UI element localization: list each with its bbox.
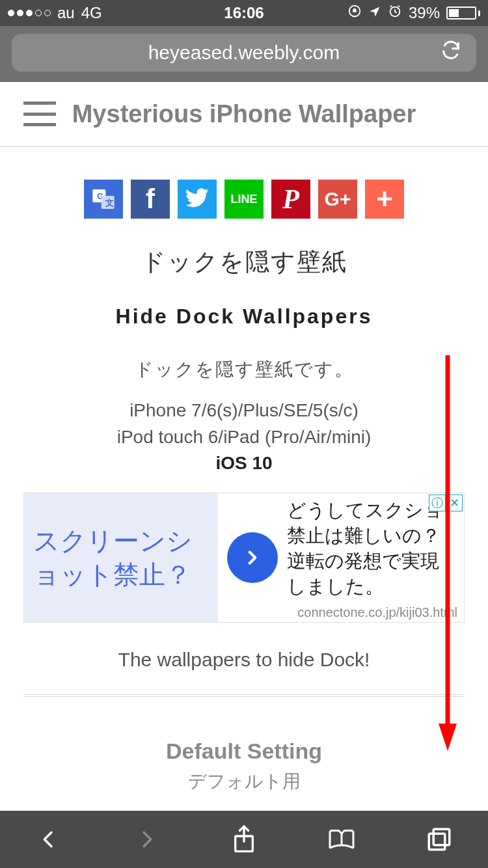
advertisement[interactable]: スクリーンショット禁止？ どうしてスクショ禁止は難しいの？逆転の発想で実現しまし… <box>23 493 465 623</box>
page-title: Mysterious iPhone Wallpaper <box>0 100 488 128</box>
tagline-en: The wallpapers to hide Dock! <box>20 649 468 671</box>
compat-os: iOS 10 <box>20 450 468 477</box>
svg-text:文: 文 <box>105 198 114 208</box>
section-title: Default Setting <box>20 739 468 764</box>
title-jp: ドックを隠す壁紙 <box>20 246 468 278</box>
browser-chrome: heyeased.weebly.com <box>0 26 488 82</box>
twitter-icon <box>185 185 210 213</box>
site-header: Mysterious iPhone Wallpaper <box>0 82 488 147</box>
battery-icon <box>446 7 480 20</box>
line-button[interactable]: LINE <box>224 180 264 219</box>
carrier-label: au <box>57 4 75 22</box>
pinterest-button[interactable]: P <box>271 180 310 219</box>
clock: 16:06 <box>224 4 264 22</box>
addthis-button[interactable]: + <box>365 180 404 219</box>
status-right: 39% <box>347 4 480 22</box>
page-content: G文 f LINE P G+ + ドックを隠す壁紙 Hide Dock Wall… <box>0 180 488 794</box>
bookmarks-button[interactable] <box>322 820 361 859</box>
orientation-lock-icon <box>347 4 362 22</box>
svg-rect-11 <box>433 829 450 845</box>
facebook-button[interactable]: f <box>131 180 170 219</box>
safari-toolbar <box>0 811 488 868</box>
facebook-icon: f <box>146 183 155 215</box>
share-row: G文 f LINE P G+ + <box>20 180 468 219</box>
reload-icon[interactable] <box>440 40 462 66</box>
compatibility: iPhone 7/6(s)/Plus/SE/5(s/c) iPod touch … <box>20 398 468 477</box>
line-icon: LINE <box>230 193 257 206</box>
ios-status-bar: au 4G 16:06 39% <box>0 0 488 26</box>
compat-line-2: iPod touch 6/iPad (Pro/Air/mini) <box>20 424 468 451</box>
ad-text: どうしてスクショ禁止は難しいの？逆転の発想で実現しました。 <box>287 498 457 600</box>
google-translate-button[interactable]: G文 <box>84 180 123 219</box>
ad-info-icon[interactable]: ⓘ <box>429 495 446 511</box>
signal-dots-icon <box>8 10 51 16</box>
ad-url: connectone.co.jp/kiji03.html <box>287 604 457 621</box>
divider <box>23 694 465 697</box>
google-plus-button[interactable]: G+ <box>318 180 357 219</box>
address-bar[interactable]: heyeased.weebly.com <box>12 34 476 72</box>
ad-body: どうしてスクショ禁止は難しいの？逆転の発想で実現しました。 connectone… <box>287 493 464 622</box>
ad-controls: ⓘ ✕ <box>429 495 463 511</box>
google-plus-icon: G+ <box>325 188 351 210</box>
share-button[interactable] <box>224 820 264 859</box>
svg-rect-12 <box>429 834 445 850</box>
ad-close-icon[interactable]: ✕ <box>446 495 463 511</box>
menu-icon[interactable] <box>23 102 56 126</box>
title-en: Hide Dock Wallpapers <box>20 305 468 329</box>
twitter-button[interactable] <box>178 180 217 219</box>
url-text: heyeased.weebly.com <box>148 42 340 64</box>
forward-button[interactable] <box>127 820 166 859</box>
description-jp: ドックを隠す壁紙です。 <box>20 357 468 382</box>
ad-arrow-icon <box>227 532 278 583</box>
section-subtitle: デフォルト用 <box>20 769 468 794</box>
battery-pct: 39% <box>409 4 440 22</box>
plus-icon: + <box>376 183 393 215</box>
location-icon <box>368 4 381 22</box>
compat-line-1: iPhone 7/6(s)/Plus/SE/5(s/c) <box>20 398 468 424</box>
back-button[interactable] <box>29 820 68 859</box>
status-left: au 4G <box>8 4 102 22</box>
alarm-icon <box>388 4 402 22</box>
ad-headline: スクリーンショット禁止？ <box>24 493 218 622</box>
tabs-button[interactable] <box>420 820 459 859</box>
network-label: 4G <box>81 4 102 22</box>
pinterest-icon: P <box>282 183 299 215</box>
